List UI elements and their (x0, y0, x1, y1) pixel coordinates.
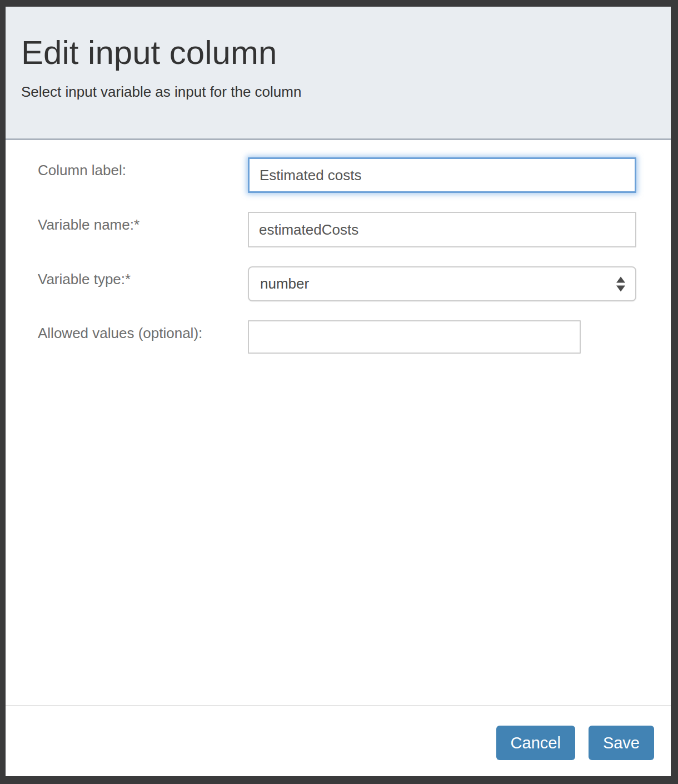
column-label-input[interactable] (248, 157, 636, 193)
variable-name-label: Variable name:* (38, 212, 248, 234)
save-button[interactable]: Save (589, 726, 654, 760)
variable-type-selected-value: number (260, 275, 309, 292)
variable-type-select[interactable]: number (248, 266, 636, 301)
select-updown-icon (616, 276, 625, 291)
arrow-up-icon (616, 276, 625, 282)
variable-type-label: Variable type:* (38, 266, 248, 288)
form-row-variable-name: Variable name:* (38, 212, 654, 247)
arrow-down-icon (616, 285, 625, 291)
edit-input-column-dialog: Edit input column Select input variable … (6, 7, 671, 776)
column-label-label: Column label: (38, 157, 248, 179)
form-row-allowed-values: Allowed values (optional): (38, 320, 654, 354)
dialog-body: Column label: Variable name:* Variable t… (6, 140, 671, 705)
dialog-subtitle: Select input variable as input for the c… (21, 83, 655, 102)
cancel-button[interactable]: Cancel (496, 726, 575, 760)
dialog-header: Edit input column Select input variable … (6, 7, 671, 140)
dialog-title: Edit input column (21, 33, 655, 72)
allowed-values-input[interactable] (248, 320, 581, 354)
form-row-column-label: Column label: (38, 157, 654, 193)
form-row-variable-type: Variable type:* number (38, 266, 654, 301)
allowed-values-label: Allowed values (optional): (38, 320, 248, 342)
dialog-footer: Cancel Save (6, 705, 671, 776)
page-backdrop: { "dialog": { "title": "Edit input colum… (0, 0, 678, 784)
variable-name-input[interactable] (248, 212, 636, 247)
